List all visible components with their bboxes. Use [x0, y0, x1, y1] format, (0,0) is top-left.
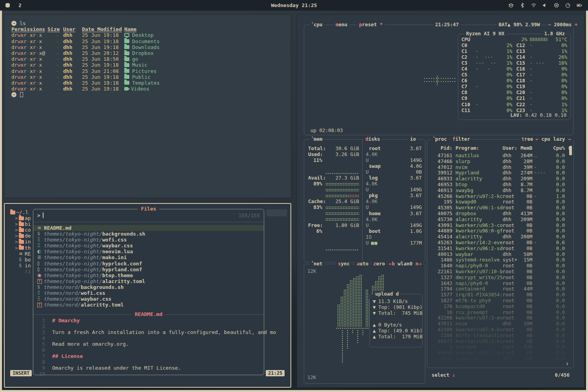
disk-label: boot: [366, 228, 381, 234]
process-row[interactable]: 46913 swaybg dhh 8.7M 0.0: [427, 188, 573, 194]
process-row[interactable]: 44956 kworker/u97:1-kc root 0B 0.0: [427, 350, 573, 356]
dropbox-icon[interactable]: [508, 2, 514, 8]
process-row[interactable]: 45730 alacritty dhh 209M 0.0: [427, 217, 573, 223]
cpu-icon[interactable]: [554, 2, 559, 8]
process-row[interactable]: 39912 Hyprland dhh 274M ···· 0.0: [427, 170, 573, 176]
cpu-box-title: ¹cpu: [310, 22, 324, 27]
process-row[interactable]: 45266 kworker/u97:2-kc root 0B · 1.0: [427, 194, 573, 200]
neovim-window[interactable]: ~/.l > ap > bi >: [4, 203, 291, 388]
battery-icon[interactable]: [576, 2, 583, 8]
process-row[interactable]: 46953 btop dhh 8.7M 0.0: [427, 182, 573, 188]
preset-button[interactable]: preset *: [358, 22, 384, 27]
disk-label: home: [366, 211, 381, 216]
used-history-graph: [325, 173, 359, 174]
cpu-graph-cell: [532, 217, 546, 223]
btop-window[interactable]: ¹cpu menu preset * 21:25:47 BAT▲ 98% 2.9…: [297, 14, 584, 388]
cpu-graph-cell: [532, 281, 546, 287]
cpu-frequency: 1.8 GHz: [543, 31, 566, 36]
process-row[interactable]: 46072 kworker/u98:2-kc root 0B 0.0: [427, 339, 573, 345]
process-row[interactable]: 1327 dmcrypt_write/25 root 0B 0.0: [427, 275, 573, 281]
process-row[interactable]: 1380 btrfs-transactio root 0B 0.0: [427, 333, 573, 339]
process-row[interactable]: 47012 nvim dhh 39M · 0.0: [427, 165, 573, 171]
process-row[interactable]: 31541 kworker/u96:2-sd root 0B 0.0: [427, 246, 573, 252]
file-directory: themes/tokyo-night/: [44, 231, 102, 237]
process-row[interactable]: 42309 kworker/u97:4-kv root 0B 0.0: [427, 327, 573, 333]
wifi-icon[interactable]: [531, 2, 537, 8]
picker-item[interactable]: themes/tokyo-night/alacritty.toml: [33, 278, 264, 284]
process-row[interactable]: 22161 kworker/u97:10-b root 0B 0.0: [427, 269, 573, 275]
process-row[interactable]: 1640 napi/phy0-0 root 0B 0.0: [427, 263, 573, 269]
sync-button[interactable]: sync: [336, 261, 351, 267]
process-row[interactable]: 47466 slurp dhh 28M 0.0: [427, 159, 573, 165]
core-label: C19: [512, 83, 530, 89]
process-row[interactable]: 1 systemd root 13M 0.0: [427, 344, 573, 350]
sort-switcher[interactable]: ← cpu lazy →: [534, 136, 572, 142]
picker-item[interactable]: themes/tokyo-night/hyprland.conf: [33, 267, 264, 272]
gauge-icon[interactable]: [565, 2, 571, 8]
clock[interactable]: Wednesday 21:25: [271, 2, 317, 8]
cpu-graph-cell: [532, 263, 546, 269]
memory-cell: 0B: [521, 199, 532, 205]
refresh-interval-control[interactable]: − 2000ms +: [546, 22, 579, 27]
menu-button[interactable]: menu: [334, 22, 349, 27]
process-row[interactable]: 1486 systemd-resolve syst+ 15M 0.0: [427, 257, 573, 263]
process-row[interactable]: 40013 waybar dhh 58M 0.0: [427, 252, 573, 258]
zero-button[interactable]: zero: [372, 261, 387, 267]
picker-item[interactable]: themes/tokyo-night/hyprlock.conf: [33, 261, 264, 267]
picker-item[interactable]: themes/tokyo-night/neovim.lua: [33, 249, 264, 254]
process-row[interactable]: 45305 kworker/u96:1-sd root 0B 0.0: [427, 205, 573, 211]
scroll-down-icon[interactable]: ↓: [566, 360, 569, 366]
cpu-cell: 0.0: [546, 246, 565, 252]
process-row[interactable]: 47011 nvim dhh 10M 0.0: [427, 321, 573, 327]
picker-item[interactable]: themes/tokyo-night/backgrounds.sh: [33, 231, 264, 237]
picker-search-input[interactable]: > 155/155: [37, 212, 260, 219]
net-io-line: ▼ 11.3 KiB/s: [373, 298, 419, 304]
bluetooth-icon[interactable]: [519, 2, 525, 8]
process-row[interactable]: 1827 mt76-tx phy0 root 0B 0.0: [427, 298, 573, 304]
process-row[interactable]: 1845 pipewire dhh 10M 0.0: [427, 356, 573, 362]
picker-item[interactable]: themes/nord/backgrounds.sh: [33, 284, 264, 290]
tree-item-icon: [19, 251, 25, 257]
direction-arrow-icon: ▼: [373, 310, 378, 316]
picker-item[interactable]: themes/tokyo-night/btop.theme: [33, 272, 264, 278]
select-hint[interactable]: select ↓: [432, 372, 455, 378]
process-row[interactable]: 176 kcompactd0 root 0B 0.0: [427, 304, 573, 310]
cpu-cell: 0.0: [546, 315, 565, 321]
picker-item[interactable]: themes/tokyo-night/wofi.css: [33, 237, 264, 243]
name-cell: Videos: [124, 86, 149, 92]
process-row[interactable]: 1794 containerd root 44M 0.0: [427, 286, 573, 292]
process-row[interactable]: 40075 dropbox dhh 413M 0.0: [427, 211, 573, 217]
file-type-icon: [124, 33, 129, 37]
picker-item[interactable]: themes/tokyo-night/waybar.css: [33, 243, 264, 249]
picker-item[interactable]: themes/nord/waybar.css: [33, 296, 264, 302]
picker-item[interactable]: README.md: [33, 225, 264, 231]
process-row[interactable]: 1577 irq/81-PIXA3854: root 0B 0.0: [427, 292, 573, 298]
process-row[interactable]: 43091 kworker/u96:3-co root 0B 0.0: [427, 223, 573, 229]
tree-toggle[interactable]: tree: [520, 136, 535, 142]
process-row[interactable]: 195 kswapd0 root 0B 0.0: [427, 199, 573, 205]
process-row[interactable]: 42208 kworker/u97:3-ev root 0B 0.0: [427, 315, 573, 321]
picker-item[interactable]: themes/tokyo-night/mako.ini: [33, 254, 264, 260]
workspace-indicator-icon[interactable]: [5, 3, 10, 7]
prompt-line[interactable]: [11, 92, 291, 98]
picker-item[interactable]: themes/nord/wofi.css: [33, 290, 264, 296]
user-cell: dhh: [503, 182, 521, 188]
filter-button[interactable]: filter: [451, 136, 472, 142]
workspace-number[interactable]: 2: [18, 2, 22, 8]
cpu-cell: 0.0: [546, 281, 565, 287]
program-cell: kworker/u96:3-co: [456, 223, 503, 229]
pid-cell: 45305: [430, 205, 452, 211]
core-percent: 0%: [497, 66, 512, 72]
auto-button[interactable]: auto: [355, 261, 370, 267]
volume-icon[interactable]: [542, 2, 548, 8]
interface-switcher[interactable]: ←b wlan0 n→: [387, 261, 423, 267]
terminal-window[interactable]: ls Permissions Size User Date Modified N…: [4, 15, 291, 198]
process-row[interactable]: 45263 kworker/14:2-eve root 0B · 0.6: [427, 240, 573, 246]
process-row[interactable]: 46933 alacritty dhh 209M 0.0: [427, 176, 573, 182]
process-row[interactable]: 45414 alacritty dhh 208M 0.0: [427, 234, 573, 240]
picker-item[interactable]: themes/nord/alacritty.toml: [33, 302, 264, 308]
process-row[interactable]: 47161 nautilus dhh 264M ‥ 0.0: [427, 153, 573, 159]
process-row[interactable]: 1642 napi/phy0-0 root 0B 0.0: [427, 281, 573, 287]
process-row[interactable]: 44889 kworker/u96:0-gf root 0B 0.0: [427, 228, 573, 234]
process-row[interactable]: 16 rcu_preempt root 0B 0.0: [427, 310, 573, 316]
